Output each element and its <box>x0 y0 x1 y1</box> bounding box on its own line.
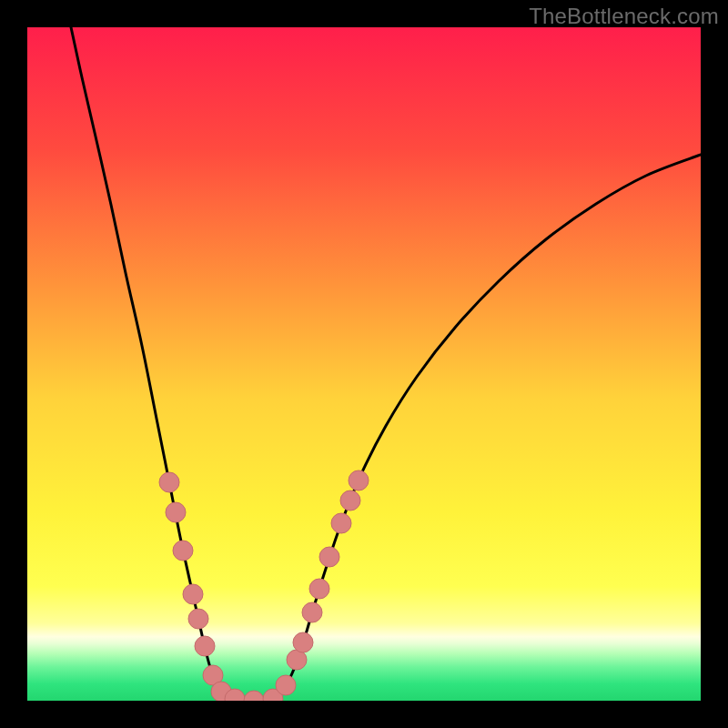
data-marker <box>302 602 322 622</box>
data-marker <box>276 675 296 695</box>
chart-svg <box>27 27 701 701</box>
chart-background <box>27 27 701 701</box>
data-marker <box>166 502 186 522</box>
data-marker <box>293 632 313 652</box>
data-marker <box>319 547 339 567</box>
data-marker <box>188 609 208 629</box>
data-marker <box>349 470 369 490</box>
chart-plot-area <box>27 27 701 701</box>
data-marker <box>340 490 360 511</box>
data-marker <box>309 579 329 599</box>
watermark-text: TheBottleneck.com <box>529 4 719 29</box>
data-marker <box>159 472 179 492</box>
data-marker <box>183 584 203 604</box>
chart-frame: TheBottleneck.com <box>0 0 728 728</box>
data-marker <box>195 636 215 656</box>
data-marker <box>173 541 193 561</box>
data-marker <box>331 513 351 533</box>
